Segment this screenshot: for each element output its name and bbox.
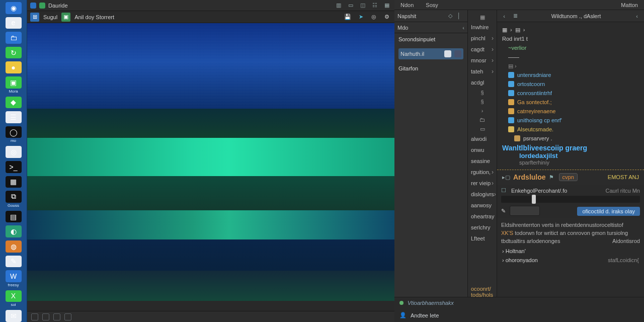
more-icon[interactable] xyxy=(454,50,461,57)
menu-item-3[interactable]: Matton xyxy=(621,2,638,8)
ide-menubar[interactable]: Ndon Sosy Matton xyxy=(394,0,644,10)
tree-node-9[interactable]: unithoisng cp enrf' xyxy=(502,116,641,125)
tree-node-2[interactable]: —— xyxy=(502,52,641,61)
taskbar-edge-icon[interactable]: e xyxy=(6,17,22,29)
panel-b-mid-8[interactable]: serlchry xyxy=(468,222,497,232)
slider-thumb[interactable] xyxy=(532,195,536,204)
list-icon[interactable]: ≣ xyxy=(511,13,519,19)
taskbar-globe-icon[interactable]: ◐ xyxy=(6,225,22,237)
taskbar-cycle-icon[interactable]: ↻ xyxy=(6,47,22,59)
taskbar-files-icon[interactable]: 🗀 xyxy=(6,32,22,44)
panel-b-grid-icon[interactable]: ▦ xyxy=(468,13,497,21)
status-box-3-icon[interactable] xyxy=(53,313,60,320)
taskbar-app-b-icon[interactable]: ◆ xyxy=(6,97,22,109)
panel-b-glyph-2-icon[interactable]: › xyxy=(468,107,497,115)
prop-slider[interactable] xyxy=(501,196,640,203)
panel-b-glyph-4-icon[interactable]: ▭ xyxy=(468,125,497,133)
taskbar-dev-icon[interactable]: ▤ xyxy=(6,211,22,223)
status-box-4-icon[interactable] xyxy=(64,313,71,320)
breadcrumb[interactable]: Wildtunom ., dAslert xyxy=(522,13,630,19)
taskbar-apple-icon[interactable]: ● xyxy=(6,61,22,73)
panel-a-section-2[interactable]: Gitarfon xyxy=(394,62,467,74)
module-row[interactable]: ▸▢ Ardsluloe ⚑ cvpn EMOST ANJ xyxy=(497,173,644,181)
tree-node-10[interactable]: Alseutcsmade. xyxy=(502,125,641,134)
panel-b-mid-6[interactable]: aarwosy xyxy=(468,200,497,210)
run-icon[interactable]: ➤ xyxy=(356,13,365,22)
outline-tree[interactable]: ▦ › ▤ ›Rod inrt1 t~verlior——▤ ›untenrsdn… xyxy=(497,22,644,143)
status-box-2-icon[interactable] xyxy=(42,313,49,320)
tree-node-8[interactable]: catrreyirenaene xyxy=(502,107,641,116)
foot-pair-1[interactable]: › ohoronyadonstafLcoidicn{ xyxy=(502,257,639,266)
run-button[interactable]: oficoctild d. iraks olay xyxy=(577,207,640,216)
tree-node-7[interactable]: Ga sontectof.; xyxy=(502,98,641,107)
save-icon[interactable]: 💾 xyxy=(343,13,352,22)
panel-a-tab[interactable]: Mdo xyxy=(397,25,408,31)
panel-b-mid-1[interactable]: onwu xyxy=(468,145,497,155)
titlebar-split-icon[interactable]: ◫ xyxy=(358,2,367,10)
status-box-1-icon[interactable] xyxy=(31,313,38,320)
taskbar-sec-icon[interactable]: ◍ xyxy=(6,240,22,253)
prop-check-icon[interactable]: ☐ xyxy=(501,187,506,194)
panel-b-top-5[interactable]: acdgl xyxy=(468,77,497,88)
foot-pair-0[interactable]: › Holtnan' xyxy=(502,248,639,257)
taskbar-disc-icon[interactable]: ◎ xyxy=(6,146,22,158)
tree-node-11[interactable]: psrsarvery . xyxy=(502,134,641,143)
panel-b-top-0[interactable]: Inwhire xyxy=(468,22,497,32)
gear-icon[interactable]: ⚙ xyxy=(382,13,391,22)
panel-b-glyph-1-icon[interactable]: § xyxy=(468,98,497,106)
panel-b-mid-9[interactable]: Lfteet xyxy=(468,233,497,244)
taskbar-grid-icon[interactable]: ▦ xyxy=(6,176,22,188)
panel-a-item-active[interactable]: Narhuth.il xyxy=(398,48,463,59)
tree-node-1[interactable]: ~verlior xyxy=(502,43,641,52)
chevron-right-icon[interactable]: ‹ xyxy=(633,13,641,19)
user-icon[interactable]: 👤 xyxy=(399,312,407,318)
tree-node-0[interactable]: Rod inrt1 t xyxy=(502,34,641,43)
pipe-icon[interactable]: │ xyxy=(457,13,464,20)
tree-toolstrip[interactable]: ▦ › ▤ › xyxy=(502,25,641,34)
taskbar-word-icon[interactable]: W xyxy=(6,270,22,282)
back-icon[interactable]: ‹ xyxy=(500,13,508,19)
panel-b-top-4[interactable]: tateh› xyxy=(468,66,497,76)
panel-b-mid-0[interactable]: alwodi xyxy=(468,134,497,144)
tree-node-5[interactable]: ortostcoorn xyxy=(502,79,641,89)
module-expand-icon[interactable]: ▸▢ xyxy=(502,174,510,181)
panel-b-top-3[interactable]: mnosr› xyxy=(468,55,497,65)
app-titlebar[interactable]: Dauride ▥ ▭ ◫ ☷ ▦ xyxy=(27,0,394,11)
titlebar-window-list-icon[interactable]: ▥ xyxy=(334,2,343,10)
panel-a-tabrow[interactable]: Mdo ‹ xyxy=(394,22,467,33)
menu-item-1[interactable]: Ndon xyxy=(400,2,414,8)
taskbar-app-c-icon[interactable]: ☰ xyxy=(6,111,22,123)
tree-node-3[interactable]: ▤ › xyxy=(502,61,641,70)
taskbar-start-icon[interactable]: ◉ xyxy=(6,2,22,14)
canvas[interactable] xyxy=(27,23,394,311)
cloud-icon[interactable] xyxy=(444,50,451,57)
menu-item-2[interactable]: Sosy xyxy=(426,2,438,8)
panel-a-section-1[interactable]: Sorondsinpuiet xyxy=(394,33,467,45)
panel-b-glyph-0-icon[interactable]: § xyxy=(468,89,497,97)
titlebar-tiles-icon[interactable]: ▦ xyxy=(382,2,391,10)
panel-b-glyph-3-icon[interactable]: 🗀 xyxy=(468,116,497,124)
tree-node-6[interactable]: conrosntiintrhf xyxy=(502,89,641,98)
panel-b-mid-5[interactable]: dislogivrs› xyxy=(468,189,497,199)
panel-b-mid-7[interactable]: oheartray xyxy=(468,211,497,221)
bottom-line-2[interactable]: Andtee Iete xyxy=(411,312,439,318)
taskbar-xl-icon[interactable]: X xyxy=(6,290,22,302)
chevron-left-icon[interactable]: ‹ xyxy=(462,25,464,31)
panel-b-mid-2[interactable]: seasine xyxy=(468,156,497,166)
panel-b-top-2[interactable]: cagdt› xyxy=(468,44,497,54)
titlebar-grid-icon[interactable]: ☷ xyxy=(370,2,379,10)
taskbar-app-a-icon[interactable]: ▣ xyxy=(6,76,22,89)
titlebar-panel-icon[interactable]: ▭ xyxy=(346,2,355,10)
win-icon[interactable]: ⊞ xyxy=(30,13,39,22)
taskbar-paint-icon[interactable]: ✎ xyxy=(6,256,22,268)
taskbar-msg-icon[interactable]: ✉ xyxy=(6,310,22,322)
module-tag[interactable]: cvpn xyxy=(559,173,578,181)
edit-icon[interactable]: ✎ xyxy=(501,208,506,214)
module-icon[interactable]: ▣ xyxy=(61,13,70,22)
taskbar-camera-icon[interactable]: ◯ xyxy=(6,126,22,138)
taskbar-term-icon[interactable]: >_ xyxy=(6,161,22,173)
tree-node-4[interactable]: untenrsdniare xyxy=(502,70,641,79)
prop-value-input[interactable] xyxy=(510,206,540,216)
eye-icon[interactable]: ◇ xyxy=(448,13,455,20)
panel-b-mid-4[interactable]: rer vieip› xyxy=(468,178,497,188)
